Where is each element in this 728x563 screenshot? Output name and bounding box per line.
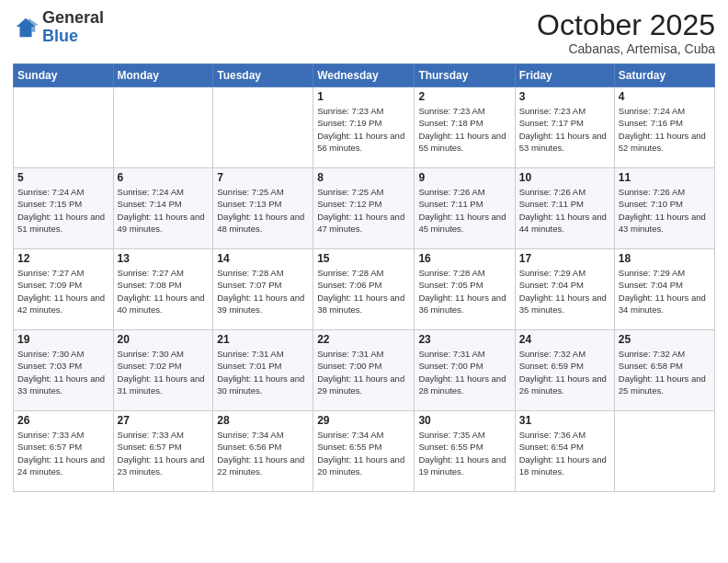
calendar-week-2: 5Sunrise: 7:24 AM Sunset: 7:15 PM Daylig… bbox=[14, 168, 715, 249]
calendar-cell: 2Sunrise: 7:23 AM Sunset: 7:18 PM Daylig… bbox=[415, 87, 515, 168]
calendar-cell bbox=[113, 87, 213, 168]
day-number: 28 bbox=[217, 414, 309, 427]
day-info: Sunrise: 7:34 AM Sunset: 6:56 PM Dayligh… bbox=[217, 429, 309, 477]
month-title: October 2025 bbox=[537, 9, 715, 41]
day-number: 13 bbox=[118, 252, 210, 265]
day-number: 1 bbox=[317, 90, 410, 103]
calendar-cell: 17Sunrise: 7:29 AM Sunset: 7:04 PM Dayli… bbox=[515, 249, 614, 330]
day-info: Sunrise: 7:26 AM Sunset: 7:10 PM Dayligh… bbox=[619, 186, 711, 235]
day-number: 20 bbox=[118, 333, 210, 346]
day-info: Sunrise: 7:32 AM Sunset: 6:58 PM Dayligh… bbox=[619, 348, 711, 396]
day-info: Sunrise: 7:34 AM Sunset: 6:55 PM Dayligh… bbox=[317, 429, 410, 477]
day-number: 5 bbox=[17, 171, 109, 184]
day-info: Sunrise: 7:35 AM Sunset: 6:55 PM Dayligh… bbox=[418, 429, 510, 477]
logo-text: General Blue bbox=[42, 9, 104, 46]
day-info: Sunrise: 7:25 AM Sunset: 7:13 PM Dayligh… bbox=[217, 186, 309, 235]
calendar-week-1: 1Sunrise: 7:23 AM Sunset: 7:19 PM Daylig… bbox=[14, 87, 715, 168]
day-info: Sunrise: 7:25 AM Sunset: 7:12 PM Dayligh… bbox=[317, 186, 410, 235]
calendar-cell: 9Sunrise: 7:26 AM Sunset: 7:11 PM Daylig… bbox=[415, 168, 515, 249]
calendar-cell: 30Sunrise: 7:35 AM Sunset: 6:55 PM Dayli… bbox=[415, 411, 515, 492]
day-number: 6 bbox=[118, 171, 210, 184]
day-number: 3 bbox=[519, 90, 610, 103]
day-number: 24 bbox=[519, 333, 610, 346]
day-info: Sunrise: 7:28 AM Sunset: 7:07 PM Dayligh… bbox=[217, 267, 309, 316]
calendar-cell: 15Sunrise: 7:28 AM Sunset: 7:06 PM Dayli… bbox=[313, 249, 415, 330]
calendar-cell bbox=[213, 87, 313, 168]
calendar-cell: 23Sunrise: 7:31 AM Sunset: 7:00 PM Dayli… bbox=[415, 330, 515, 411]
weekday-header-friday: Friday bbox=[515, 64, 614, 87]
day-number: 23 bbox=[418, 333, 510, 346]
calendar-cell: 22Sunrise: 7:31 AM Sunset: 7:00 PM Dayli… bbox=[313, 330, 415, 411]
location-subtitle: Cabanas, Artemisa, Cuba bbox=[537, 41, 715, 56]
day-number: 12 bbox=[17, 252, 109, 265]
day-info: Sunrise: 7:29 AM Sunset: 7:04 PM Dayligh… bbox=[519, 267, 610, 316]
logo-general: General bbox=[42, 8, 104, 27]
day-info: Sunrise: 7:28 AM Sunset: 7:06 PM Dayligh… bbox=[317, 267, 410, 316]
calendar-cell: 3Sunrise: 7:23 AM Sunset: 7:17 PM Daylig… bbox=[515, 87, 614, 168]
day-info: Sunrise: 7:33 AM Sunset: 6:57 PM Dayligh… bbox=[17, 429, 109, 477]
title-block: October 2025 Cabanas, Artemisa, Cuba bbox=[537, 9, 715, 56]
day-info: Sunrise: 7:26 AM Sunset: 7:11 PM Dayligh… bbox=[519, 186, 610, 235]
calendar-cell: 18Sunrise: 7:29 AM Sunset: 7:04 PM Dayli… bbox=[614, 249, 714, 330]
main-container: General Blue October 2025 Cabanas, Artem… bbox=[0, 0, 728, 501]
day-info: Sunrise: 7:24 AM Sunset: 7:16 PM Dayligh… bbox=[619, 105, 711, 154]
calendar-cell: 16Sunrise: 7:28 AM Sunset: 7:05 PM Dayli… bbox=[415, 249, 515, 330]
calendar-cell: 20Sunrise: 7:30 AM Sunset: 7:02 PM Dayli… bbox=[113, 330, 213, 411]
calendar-week-5: 26Sunrise: 7:33 AM Sunset: 6:57 PM Dayli… bbox=[14, 411, 715, 492]
day-info: Sunrise: 7:32 AM Sunset: 6:59 PM Dayligh… bbox=[519, 348, 610, 396]
calendar-cell: 19Sunrise: 7:30 AM Sunset: 7:03 PM Dayli… bbox=[14, 330, 114, 411]
day-number: 30 bbox=[418, 414, 510, 427]
day-info: Sunrise: 7:24 AM Sunset: 7:14 PM Dayligh… bbox=[118, 186, 210, 235]
logo: General Blue bbox=[13, 9, 104, 46]
day-number: 17 bbox=[519, 252, 610, 265]
calendar-cell: 5Sunrise: 7:24 AM Sunset: 7:15 PM Daylig… bbox=[14, 168, 114, 249]
day-info: Sunrise: 7:31 AM Sunset: 7:01 PM Dayligh… bbox=[217, 348, 309, 396]
day-info: Sunrise: 7:27 AM Sunset: 7:08 PM Dayligh… bbox=[118, 267, 210, 316]
calendar-cell bbox=[614, 411, 714, 492]
calendar-cell: 8Sunrise: 7:25 AM Sunset: 7:12 PM Daylig… bbox=[313, 168, 415, 249]
day-number: 31 bbox=[519, 414, 610, 427]
calendar-cell: 31Sunrise: 7:36 AM Sunset: 6:54 PM Dayli… bbox=[515, 411, 614, 492]
calendar-cell: 25Sunrise: 7:32 AM Sunset: 6:58 PM Dayli… bbox=[614, 330, 714, 411]
calendar-cell: 29Sunrise: 7:34 AM Sunset: 6:55 PM Dayli… bbox=[313, 411, 415, 492]
day-number: 16 bbox=[418, 252, 510, 265]
day-info: Sunrise: 7:30 AM Sunset: 7:03 PM Dayligh… bbox=[17, 348, 109, 396]
logo-blue: Blue bbox=[42, 27, 78, 45]
day-info: Sunrise: 7:23 AM Sunset: 7:17 PM Dayligh… bbox=[519, 105, 610, 154]
day-number: 11 bbox=[619, 171, 711, 184]
calendar-cell: 6Sunrise: 7:24 AM Sunset: 7:14 PM Daylig… bbox=[113, 168, 213, 249]
day-number: 22 bbox=[317, 333, 410, 346]
day-number: 26 bbox=[17, 414, 109, 427]
day-info: Sunrise: 7:36 AM Sunset: 6:54 PM Dayligh… bbox=[519, 429, 610, 477]
day-number: 7 bbox=[217, 171, 309, 184]
day-number: 21 bbox=[217, 333, 309, 346]
calendar-week-4: 19Sunrise: 7:30 AM Sunset: 7:03 PM Dayli… bbox=[14, 330, 715, 411]
logo-icon bbox=[13, 15, 39, 40]
day-number: 2 bbox=[418, 90, 510, 103]
day-number: 10 bbox=[519, 171, 610, 184]
calendar-table: SundayMondayTuesdayWednesdayThursdayFrid… bbox=[13, 63, 715, 492]
calendar-cell: 7Sunrise: 7:25 AM Sunset: 7:13 PM Daylig… bbox=[213, 168, 313, 249]
weekday-header-wednesday: Wednesday bbox=[313, 64, 415, 87]
day-number: 4 bbox=[619, 90, 711, 103]
weekday-header-sunday: Sunday bbox=[14, 64, 114, 87]
weekday-header-monday: Monday bbox=[113, 64, 213, 87]
day-info: Sunrise: 7:28 AM Sunset: 7:05 PM Dayligh… bbox=[418, 267, 510, 316]
calendar-cell: 10Sunrise: 7:26 AM Sunset: 7:11 PM Dayli… bbox=[515, 168, 614, 249]
header: General Blue October 2025 Cabanas, Artem… bbox=[13, 9, 715, 56]
calendar-cell: 26Sunrise: 7:33 AM Sunset: 6:57 PM Dayli… bbox=[14, 411, 114, 492]
day-info: Sunrise: 7:30 AM Sunset: 7:02 PM Dayligh… bbox=[118, 348, 210, 396]
calendar-cell: 12Sunrise: 7:27 AM Sunset: 7:09 PM Dayli… bbox=[14, 249, 114, 330]
day-info: Sunrise: 7:31 AM Sunset: 7:00 PM Dayligh… bbox=[418, 348, 510, 396]
calendar-cell: 11Sunrise: 7:26 AM Sunset: 7:10 PM Dayli… bbox=[614, 168, 714, 249]
day-info: Sunrise: 7:23 AM Sunset: 7:18 PM Dayligh… bbox=[418, 105, 510, 154]
calendar-cell: 1Sunrise: 7:23 AM Sunset: 7:19 PM Daylig… bbox=[313, 87, 415, 168]
day-number: 29 bbox=[317, 414, 410, 427]
day-number: 9 bbox=[418, 171, 510, 184]
calendar-cell: 14Sunrise: 7:28 AM Sunset: 7:07 PM Dayli… bbox=[213, 249, 313, 330]
calendar-cell: 21Sunrise: 7:31 AM Sunset: 7:01 PM Dayli… bbox=[213, 330, 313, 411]
calendar-cell: 27Sunrise: 7:33 AM Sunset: 6:57 PM Dayli… bbox=[113, 411, 213, 492]
day-number: 15 bbox=[317, 252, 410, 265]
day-info: Sunrise: 7:31 AM Sunset: 7:00 PM Dayligh… bbox=[317, 348, 410, 396]
calendar-cell bbox=[14, 87, 114, 168]
